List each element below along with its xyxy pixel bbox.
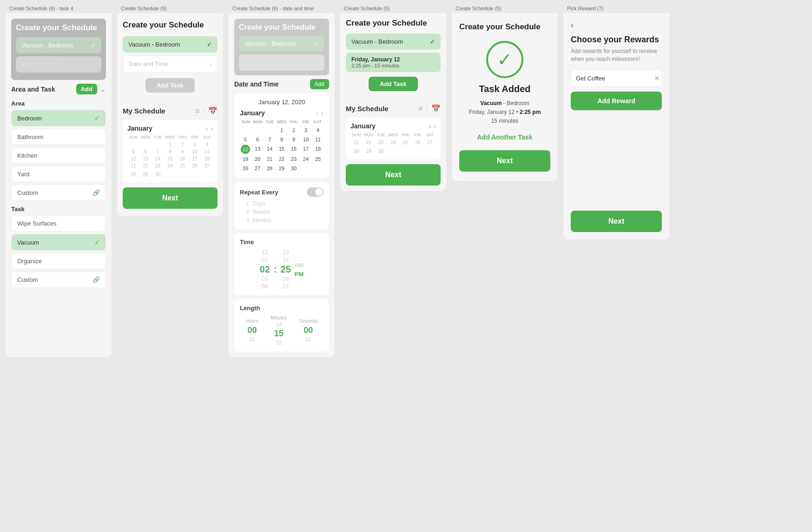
task-item-custom[interactable]: Custom 🔗 — [11, 272, 106, 288]
add-button-s3[interactable]: Add — [310, 79, 329, 89]
cal-cell-s2[interactable]: 23 — [152, 163, 164, 168]
cal-day-2-s3[interactable]: 2 — [288, 126, 299, 134]
cal-prev-s2[interactable]: ‹ — [206, 125, 208, 132]
cal-cell-s2[interactable]: 11 — [201, 149, 213, 154]
cal-cell-s4[interactable]: 27 — [424, 140, 436, 145]
cal-cell-s2[interactable]: 14 — [152, 156, 164, 161]
cal-day-29-s3[interactable]: 29 — [276, 164, 287, 173]
next-button-s4[interactable]: Next — [346, 164, 441, 186]
cal-day-6-s3[interactable]: 6 — [252, 135, 263, 144]
repeat-toggle-s3[interactable] — [307, 187, 323, 197]
cal-cell-s2[interactable]: 26 — [189, 163, 200, 168]
cal-cell-s2[interactable]: 21 — [127, 163, 139, 168]
list-icon-s2[interactable]: ≡ — [195, 107, 199, 115]
next-button-s2[interactable]: Next — [123, 187, 218, 209]
cal-cell-s2[interactable]: 8 — [164, 149, 176, 154]
am-label[interactable]: AM — [295, 262, 304, 269]
cal-cell-s2[interactable]: 1 — [164, 142, 176, 147]
add-task-button-s4[interactable]: Add Task — [369, 77, 418, 91]
cal-cell-s4[interactable]: 26 — [412, 140, 423, 145]
cal-day-23-s3[interactable]: 23 — [288, 155, 299, 163]
cal-cell-s2[interactable] — [139, 142, 151, 147]
cal-cell-s2[interactable] — [127, 142, 139, 147]
task-item-organize[interactable]: Organize — [11, 253, 106, 269]
cal-cell-s4[interactable]: 29 — [363, 149, 374, 154]
screen-2-date-row[interactable]: Date and Time › — [123, 55, 218, 73]
area-item-custom[interactable]: Custom 🔗 — [11, 185, 106, 201]
next-button-s5[interactable]: Next — [459, 150, 550, 172]
cal-next-s4[interactable]: › — [434, 122, 436, 130]
cal-cell-s4[interactable]: 30 — [375, 149, 387, 154]
cal-day-13-s3[interactable]: 13 — [252, 145, 263, 154]
clear-reward-button[interactable]: ✕ — [654, 74, 660, 83]
reward-input[interactable] — [576, 75, 654, 82]
cal-day-17-s3[interactable]: 17 — [300, 145, 311, 154]
cal-day-30-s3[interactable]: 30 — [288, 164, 299, 173]
cal-day-5-s3[interactable]: 5 — [240, 135, 251, 144]
cal-cell-s4[interactable]: 23 — [375, 140, 387, 145]
next-button-s6[interactable]: Next — [571, 211, 662, 232]
cal-cell-s2[interactable]: 15 — [164, 156, 176, 161]
cal-cell-s4[interactable]: 24 — [387, 140, 399, 145]
cal-cell-s4[interactable]: 22 — [363, 140, 374, 145]
cal-cell-s4[interactable]: 25 — [400, 140, 411, 145]
add-task-button-s2[interactable]: Add Task — [145, 78, 195, 93]
cal-day-15-s3[interactable]: 15 — [276, 145, 287, 154]
cal-cell-s2[interactable]: 2 — [177, 142, 188, 147]
cal-cell-s2[interactable] — [152, 142, 164, 147]
cal-cell-s2[interactable]: 4 — [201, 142, 213, 147]
cal-cell-s2[interactable]: 24 — [164, 163, 176, 168]
cal-day-8-s3[interactable]: 8 — [276, 135, 287, 144]
ampm-selector[interactable]: AM PM — [295, 262, 304, 278]
cal-cell-s2[interactable]: 13 — [139, 156, 151, 161]
cal-day-9-s3[interactable]: 9 — [288, 135, 299, 144]
cal-cell-s4[interactable]: 21 — [350, 140, 362, 145]
cal-day-10-s3[interactable]: 10 — [300, 135, 311, 144]
cal-cell-s2[interactable]: 12 — [127, 156, 139, 161]
cal-day-7-s3[interactable]: 7 — [264, 135, 275, 144]
cal-day-4-s3[interactable]: 4 — [312, 126, 323, 134]
cal-cell-s2[interactable]: 10 — [189, 149, 200, 154]
add-another-task-link[interactable]: Add Another Task — [477, 133, 532, 141]
cal-day-20-s3[interactable]: 20 — [252, 155, 263, 163]
cal-cell-s2[interactable]: 5 — [127, 149, 139, 154]
chevron-down-icon-1[interactable]: ⌄ — [100, 85, 106, 93]
cal-day-3-s3[interactable]: 3 — [300, 126, 311, 134]
cal-cell-s2[interactable]: 29 — [139, 172, 151, 177]
cal-day-11-s3[interactable]: 11 — [312, 135, 323, 144]
add-reward-button[interactable]: Add Reward — [571, 92, 662, 110]
task-item-vacuum[interactable]: Vacuum ✓ — [11, 234, 106, 251]
cal-day-27-s3[interactable]: 27 — [252, 164, 263, 173]
cal-next-s2[interactable]: › — [211, 125, 213, 132]
task-item-wipe[interactable]: Wipe Surfaces — [11, 215, 106, 232]
cal-day-21-s3[interactable]: 21 — [264, 155, 275, 163]
cal-cell-s2[interactable]: 3 — [189, 142, 200, 147]
cal-day-28-s3[interactable]: 28 — [264, 164, 275, 173]
list-icon-s4[interactable]: ≡ — [418, 105, 423, 113]
pm-label[interactable]: PM — [295, 271, 304, 278]
cal-cell-s2[interactable]: 30 — [152, 172, 164, 177]
cal-cell-s2[interactable]: 28 — [127, 172, 139, 177]
cal-day-12-s3[interactable]: 12 — [241, 145, 250, 154]
calendar-icon-s2[interactable]: 📅 — [208, 106, 218, 115]
cal-day-19-s3[interactable]: 19 — [240, 155, 251, 163]
cal-day-26-s3[interactable]: 26 — [240, 164, 251, 173]
cal-cell-s4[interactable]: 28 — [350, 149, 362, 154]
cal-cell-s2[interactable]: 6 — [139, 149, 151, 154]
area-item-yard[interactable]: Yard — [11, 166, 106, 182]
cal-day-16-s3[interactable]: 16 — [288, 145, 299, 154]
cal-cell-s2[interactable]: 7 — [152, 149, 164, 154]
cal-day-18-s3[interactable]: 18 — [312, 145, 323, 154]
back-button-s6[interactable]: ‹ — [571, 20, 662, 30]
cal-day-25-s3[interactable]: 25 — [312, 155, 323, 163]
cal-day-1-s3[interactable]: 1 — [276, 126, 287, 134]
cal-prev-s3[interactable]: ‹ — [317, 109, 319, 117]
cal-cell-s2[interactable]: 25 — [177, 163, 188, 168]
cal-prev-s4[interactable]: ‹ — [429, 122, 431, 130]
calendar-icon-s4[interactable]: 📅 — [431, 104, 441, 113]
cal-cell-s2[interactable]: 27 — [201, 163, 213, 168]
cal-cell-s2[interactable]: 9 — [177, 149, 188, 154]
cal-cell-s2[interactable]: 22 — [139, 163, 151, 168]
add-button[interactable]: Add — [76, 84, 97, 94]
cal-cell-s2[interactable]: 17 — [189, 156, 200, 161]
